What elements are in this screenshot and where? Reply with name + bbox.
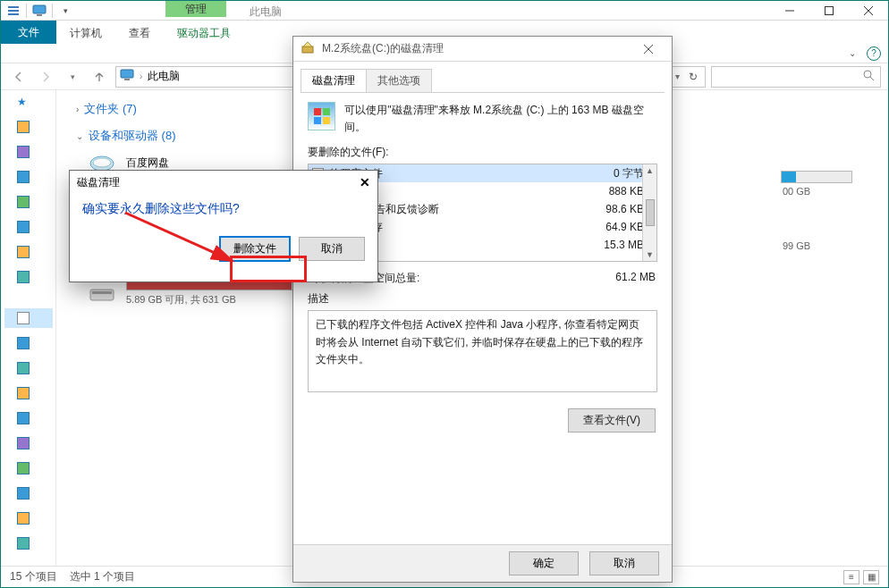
svg-point-14 <box>93 158 111 167</box>
description-label: 描述 <box>308 290 657 310</box>
view-icons-button[interactable]: ▦ <box>863 570 879 584</box>
svg-rect-17 <box>302 46 313 53</box>
qat-dropdown-icon[interactable]: ▾ <box>58 4 72 18</box>
nav-pane-item[interactable] <box>4 408 53 428</box>
nav-pane-item[interactable] <box>4 383 53 403</box>
svg-rect-4 <box>37 14 42 16</box>
description-text: 已下载的程序文件包括 ActiveX 控件和 Java 小程序, 你查看特定网页… <box>316 318 643 365</box>
group-label: 文件夹 (7) <box>84 101 137 117</box>
tab-disk-cleanup[interactable]: 磁盘清理 <box>301 69 367 92</box>
minimize-button[interactable] <box>770 0 809 21</box>
app-menu-icon[interactable] <box>6 4 21 18</box>
cancel-button[interactable]: 取消 <box>589 551 659 575</box>
file-size: 64.9 KB <box>587 221 649 233</box>
window-controls <box>770 0 888 21</box>
tab-view[interactable]: 查看 <box>115 21 164 44</box>
nav-recent-dropdown[interactable]: ▾ <box>62 66 83 88</box>
help-icon[interactable]: ? <box>867 46 881 61</box>
scroll-thumb[interactable] <box>646 199 655 226</box>
quick-access-toolbar: ▾ <box>1 4 72 18</box>
view-files-button[interactable]: 查看文件(V) <box>568 408 656 433</box>
folder-icon <box>17 487 30 500</box>
group-label: 设备和驱动器 (8) <box>89 128 176 144</box>
nav-pane-item[interactable] <box>4 217 53 237</box>
nav-pane-item[interactable] <box>4 242 53 262</box>
nav-pane-item[interactable] <box>4 333 53 353</box>
confirm-cancel-button[interactable]: 取消 <box>299 237 365 261</box>
list-scrollbar[interactable]: ▲ ▼ <box>642 164 656 261</box>
svg-rect-15 <box>90 290 114 300</box>
navigation-pane[interactable]: ★ <box>1 88 56 566</box>
folder-icon <box>17 146 30 158</box>
tab-drive-tools[interactable]: 驱动器工具 <box>164 21 244 44</box>
disk-cleanup-dialog: M.2系统盘(C:)的磁盘清理 磁盘清理 其他选项 可以使用"磁盘清理"来释放 … <box>292 36 673 583</box>
folder-icon <box>17 121 30 133</box>
tab-other-options[interactable]: 其他选项 <box>366 69 432 92</box>
folder-icon <box>17 362 30 374</box>
drive-capacity-text: 99 GB <box>783 240 810 251</box>
search-icon <box>863 70 875 84</box>
refresh-icon[interactable]: ↻ <box>685 71 701 83</box>
drive-icon <box>89 282 117 302</box>
scroll-up-icon[interactable]: ▲ <box>646 166 654 175</box>
maximize-button[interactable] <box>809 0 849 21</box>
svg-rect-6 <box>826 6 834 14</box>
disk-cleanup-info-icon <box>308 102 335 130</box>
nav-pane-item[interactable] <box>4 192 53 212</box>
svg-rect-0 <box>8 6 19 8</box>
nav-pane-item[interactable] <box>4 117 53 137</box>
confirm-delete-dialog: 磁盘清理 ✕ 确实要永久删除这些文件吗? 删除文件 取消 <box>69 170 378 282</box>
svg-line-12 <box>870 77 874 80</box>
nav-back-button[interactable] <box>8 66 30 88</box>
dialog-tab-row: 磁盘清理 其他选项 <box>301 69 665 93</box>
delete-files-button[interactable]: 删除文件 <box>220 237 290 261</box>
nav-up-button[interactable] <box>89 66 110 88</box>
file-size: 0 字节 <box>587 166 649 181</box>
status-selected-count: 选中 1 个项目 <box>70 569 135 584</box>
address-dropdown-icon[interactable]: ▾ <box>675 71 680 81</box>
drive-capacity-bar <box>781 171 852 183</box>
nav-pane-item[interactable] <box>4 458 53 478</box>
nav-forward-button[interactable] <box>35 66 56 88</box>
nav-pane-item[interactable] <box>4 358 53 378</box>
file-size: 888 KB <box>587 185 649 197</box>
drive-capacity-text: 00 GB <box>783 186 810 197</box>
tab-file[interactable]: 文件 <box>1 21 56 44</box>
nav-pane-item[interactable] <box>4 267 53 287</box>
chevron-down-icon: ⌄ <box>76 131 83 141</box>
close-button[interactable] <box>849 0 888 21</box>
dialog-close-button[interactable] <box>632 38 665 60</box>
nav-pane-item[interactable] <box>4 533 53 553</box>
separator <box>52 4 53 18</box>
view-details-button[interactable]: ≡ <box>843 570 859 584</box>
dialog-title-bar[interactable]: M.2系统盘(C:)的磁盘清理 <box>293 37 672 62</box>
confirm-close-button[interactable]: ✕ <box>360 175 370 189</box>
monitor-icon <box>17 312 30 324</box>
monitor-icon <box>120 69 134 84</box>
confirm-title-bar[interactable]: 磁盘清理 ✕ <box>70 171 377 194</box>
svg-rect-20 <box>314 108 321 115</box>
search-box[interactable] <box>711 66 881 88</box>
ok-button[interactable]: 确定 <box>509 551 579 575</box>
svg-rect-22 <box>314 117 321 124</box>
drive-capacity-text: 5.89 GB 可用, 共 631 GB <box>126 293 296 307</box>
nav-pane-item-this-pc[interactable] <box>4 308 53 328</box>
nav-pane-item[interactable] <box>4 483 53 503</box>
nav-pane-item[interactable] <box>4 433 53 453</box>
breadcrumb-separator[interactable]: › <box>140 71 142 81</box>
nav-pane-item[interactable] <box>4 167 53 187</box>
svg-rect-16 <box>92 291 112 294</box>
files-to-delete-label: 要删除的文件(F): <box>308 145 657 160</box>
nav-pane-item[interactable] <box>4 142 53 162</box>
folder-icon <box>17 221 30 233</box>
folder-icon <box>17 171 30 183</box>
nav-pane-item[interactable]: ★ <box>4 92 53 112</box>
ribbon-expand-icon[interactable]: ⌄ <box>849 48 856 58</box>
tab-computer[interactable]: 计算机 <box>56 21 115 44</box>
breadcrumb-this-pc[interactable]: 此电脑 <box>148 69 180 84</box>
monitor-icon[interactable] <box>32 4 47 18</box>
scroll-down-icon[interactable]: ▼ <box>646 250 654 259</box>
nav-pane-item[interactable] <box>4 508 53 528</box>
drive-name: 百度网盘 <box>126 155 169 171</box>
total-space-value: 61.2 MB <box>615 271 656 286</box>
